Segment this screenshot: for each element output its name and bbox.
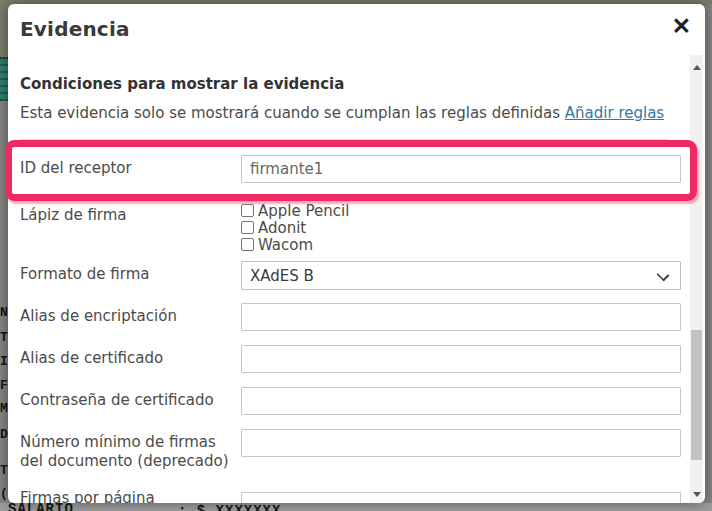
- field-row-encryption-alias: Alias de encriptación: [20, 303, 668, 331]
- apple-pencil-checkbox[interactable]: [241, 204, 254, 217]
- receptor-input[interactable]: [241, 155, 681, 183]
- wacom-label: Wacom: [258, 236, 313, 254]
- modal-header: Evidencia ✕: [8, 4, 705, 48]
- min-signatures-input[interactable]: [241, 429, 681, 457]
- field-row-signatures-per-page: Firmas por página (deprecado): [20, 485, 668, 503]
- pen-checkbox-group: Apple Pencil Adonit Wacom: [241, 202, 681, 253]
- add-rules-link[interactable]: Añadir reglas: [565, 104, 664, 122]
- cert-alias-label: Alias de certificado: [20, 345, 241, 368]
- format-label: Formato de firma: [20, 261, 241, 284]
- close-icon[interactable]: ✕: [670, 13, 693, 40]
- adonit-checkbox[interactable]: [241, 221, 254, 234]
- background-salario-value: : $ XXXXXXX: [178, 503, 281, 511]
- evidencia-modal: Evidencia ✕ Condiciones para mostrar la …: [8, 4, 705, 503]
- format-select[interactable]: XAdES B: [241, 261, 681, 290]
- receptor-label: ID del receptor: [20, 155, 241, 178]
- encryption-alias-label: Alias de encriptación: [20, 303, 241, 326]
- cert-alias-input[interactable]: [241, 345, 681, 373]
- conditions-sentence: Esta evidencia solo se mostrará cuando s…: [20, 104, 565, 122]
- adonit-label: Adonit: [258, 219, 306, 237]
- cert-password-input[interactable]: [241, 387, 681, 415]
- background-letter: T: [0, 331, 8, 345]
- background-letter: F: [0, 379, 8, 393]
- conditions-text: Esta evidencia solo se mostrará cuando s…: [20, 104, 668, 122]
- modal-body: Condiciones para mostrar la evidencia Es…: [8, 75, 705, 503]
- apple-pencil-label: Apple Pencil: [258, 202, 349, 220]
- background-letter: (: [0, 487, 8, 501]
- background-letter: T: [0, 464, 8, 478]
- section-divider: [20, 139, 668, 140]
- scrollbar-up-arrow-icon[interactable]: [693, 65, 701, 70]
- field-row-cert-alias: Alias de certificado: [20, 345, 668, 373]
- background-teal-image: [0, 57, 8, 101]
- background-bottom-strip: SALARIO : $ XXXXXXX: [0, 503, 712, 511]
- field-row-format: Formato de firma XAdES B: [20, 261, 668, 290]
- scrollbar-thumb[interactable]: [691, 330, 702, 460]
- scrollbar-down-arrow-icon[interactable]: [693, 492, 701, 497]
- signatures-per-page-label: Firmas por página (deprecado): [20, 485, 241, 503]
- background-letter: M: [0, 402, 8, 416]
- format-select-wrap: XAdES B: [241, 261, 681, 290]
- modal-title: Evidencia: [20, 17, 130, 41]
- pen-label: Lápiz de firma: [20, 202, 241, 225]
- field-row-min-signatures: Número mínimo de firmas del documento (d…: [20, 429, 668, 471]
- cert-password-label: Contraseña de certificado: [20, 387, 241, 410]
- checkbox-adonit[interactable]: Adonit: [241, 219, 681, 236]
- background-salario-text: SALARIO: [8, 503, 74, 511]
- field-row-receptor: ID del receptor: [20, 155, 668, 183]
- wacom-checkbox[interactable]: [241, 238, 254, 251]
- checkbox-apple-pencil[interactable]: Apple Pencil: [241, 202, 681, 219]
- field-row-pen: Lápiz de firma Apple Pencil Adonit Wacom: [20, 202, 668, 253]
- conditions-heading: Condiciones para mostrar la evidencia: [20, 75, 668, 93]
- background-letter: I: [0, 355, 8, 369]
- checkbox-wacom[interactable]: Wacom: [241, 236, 681, 253]
- background-letter: N: [0, 306, 8, 320]
- field-row-cert-password: Contraseña de certificado: [20, 387, 668, 415]
- min-signatures-label: Número mínimo de firmas del documento (d…: [20, 429, 241, 471]
- background-letter: D: [0, 428, 8, 442]
- signatures-per-page-input[interactable]: [241, 492, 681, 503]
- modal-scrollbar[interactable]: [690, 55, 703, 503]
- encryption-alias-input[interactable]: [241, 303, 681, 331]
- background-top-bar-left: [0, 0, 8, 57]
